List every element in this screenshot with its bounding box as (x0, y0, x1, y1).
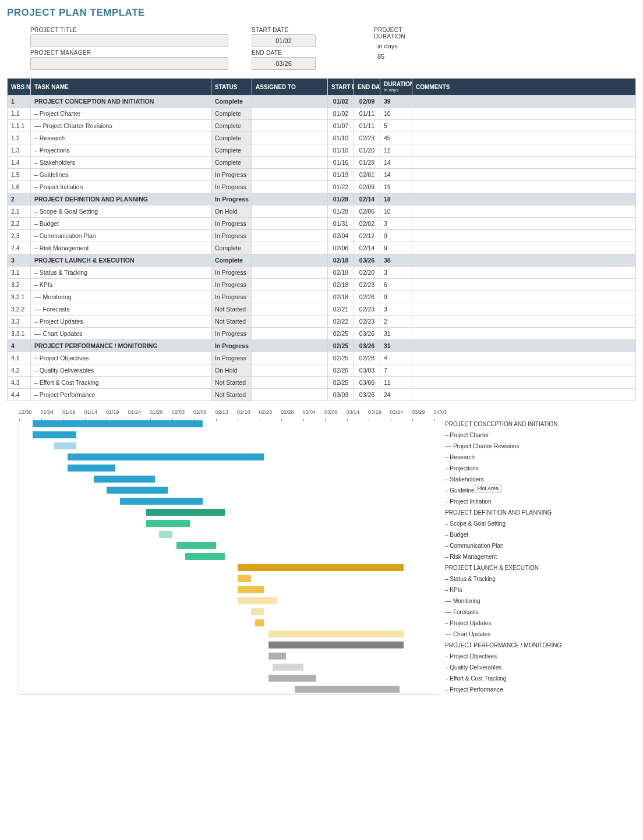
gantt-bar[interactable] (238, 564, 404, 571)
table-row[interactable]: 2PROJECT DEFINITION AND PLANNINGIn Progr… (8, 193, 636, 205)
cell-duration: 18 (380, 193, 412, 205)
gantt-bar[interactable] (33, 420, 203, 427)
gantt-bar[interactable] (268, 675, 317, 682)
gantt-row (19, 596, 438, 607)
gantt-legend: Plot Area PROJECT CONCEPTION AND INITIAT… (438, 419, 636, 695)
table-row[interactable]: 4PROJECT PERFORMANCE / MONITORINGIn Prog… (8, 340, 636, 352)
gantt-bar[interactable] (268, 653, 286, 660)
start-date-field[interactable]: 01/02 (252, 34, 316, 47)
gantt-bar[interactable] (251, 608, 264, 615)
table-row[interactable]: 4.1– Project ObjectivesIn Progress02/250… (8, 352, 636, 364)
gantt-row (19, 640, 438, 651)
cell-status: Not Started (211, 389, 252, 401)
gantt-bar[interactable] (238, 597, 277, 604)
cell-status: In Progress (211, 193, 252, 205)
gantt-bar[interactable] (68, 465, 116, 472)
table-row[interactable]: 4.3– Effort & Cost TrackingNot Started02… (8, 377, 636, 389)
cell-status: Complete (211, 242, 252, 254)
table-row[interactable]: 1.5– GuidelinesIn Progress01/1902/0114 (8, 169, 636, 181)
table-row[interactable]: 1.6– Project InitiationIn Progress01/220… (8, 181, 636, 193)
gantt-bar[interactable] (120, 498, 203, 505)
end-date-label: END DATE (252, 49, 316, 56)
table-row[interactable]: 1.2– ResearchComplete01/1002/2345 (8, 132, 636, 144)
axis-tick: 12/30 (19, 409, 41, 419)
gantt-bar[interactable] (146, 520, 190, 527)
cell-start: 01/28 (328, 193, 354, 205)
table-row[interactable]: 1.1– Project CharterComplete01/0201/1110 (8, 108, 636, 120)
gantt-bar[interactable] (185, 553, 225, 560)
axis-tick: 02/03 (172, 409, 194, 419)
gantt-bar[interactable] (33, 431, 76, 438)
gantt-bar[interactable] (159, 531, 172, 538)
cell-task: – Research (31, 132, 211, 144)
cell-status: In Progress (211, 169, 252, 181)
table-row[interactable]: 1PROJECT CONCEPTION AND INITIATIONComple… (8, 95, 636, 108)
gantt-bar[interactable] (238, 586, 264, 593)
cell-status: On Hold (211, 205, 252, 218)
cell-end: 03/06 (354, 377, 380, 389)
cell-start: 02/25 (328, 352, 354, 364)
cell-end: 02/28 (354, 352, 380, 364)
gantt-bar[interactable] (54, 442, 76, 449)
project-title-field[interactable] (30, 34, 228, 47)
cell-assigned (252, 279, 328, 291)
table-row[interactable]: 1.4– StakeholdersComplete01/1601/2914 (8, 157, 636, 169)
gantt-row (19, 651, 438, 662)
gantt-bar[interactable] (268, 641, 404, 648)
cell-assigned (252, 193, 328, 205)
cell-comments (412, 132, 636, 144)
cell-comments (412, 328, 636, 340)
gantt-bar[interactable] (295, 686, 400, 693)
table-row[interactable]: 2.1– Scope & Goal SettingOn Hold01/2802/… (8, 205, 636, 218)
end-date-field[interactable]: 03/26 (252, 57, 316, 70)
table-row[interactable]: 2.4– Risk ManagementComplete02/0602/149 (8, 242, 636, 254)
cell-end: 02/23 (354, 279, 380, 291)
gantt-bar[interactable] (94, 476, 155, 483)
table-row[interactable]: 3.2– KPIsIn Progress02/1802/236 (8, 279, 636, 291)
cell-wbs: 1.4 (8, 157, 31, 169)
cell-task: PROJECT DEFINITION AND PLANNING (31, 193, 211, 205)
cell-wbs: 1.5 (8, 169, 31, 181)
table-row[interactable]: 4.2– Quality DeliverablesOn Hold02/2603/… (8, 364, 636, 377)
cell-comments (412, 389, 636, 401)
gantt-bar[interactable] (176, 542, 216, 549)
table-row[interactable]: 1.1.1–– Project Charter RevisionsComplet… (8, 120, 636, 132)
table-row[interactable]: 3.3– Project UpdatesNot Started02/2202/2… (8, 316, 636, 328)
table-row[interactable]: 4.4– Project PerformanceNot Started03/03… (8, 389, 636, 401)
cell-duration: 3 (380, 303, 412, 316)
table-row[interactable]: 3.2.2–– ForecastsNot Started02/2102/233 (8, 303, 636, 316)
legend-item: – Projections (445, 463, 636, 474)
cell-end: 01/11 (354, 120, 380, 132)
cell-duration: 11 (380, 144, 412, 157)
cell-end: 02/23 (354, 303, 380, 316)
gantt-bar[interactable] (238, 575, 251, 582)
legend-item: – Risk Management (445, 551, 636, 562)
table-row[interactable]: 3PROJECT LAUNCH & EXECUTIONComplete02/18… (8, 254, 636, 267)
gantt-row (19, 573, 438, 584)
table-row[interactable]: 3.3.1–– Chart UpdatesIn Progress02/2503/… (8, 328, 636, 340)
table-row[interactable]: 3.2.1–– MonitoringIn Progress02/1802/269 (8, 291, 636, 303)
gantt-bar[interactable] (268, 630, 404, 637)
cell-task: – Status & Tracking (31, 267, 211, 279)
table-row[interactable]: 1.3– ProjectionsComplete01/1001/2011 (8, 144, 636, 157)
cell-task: – Quality Deliverables (31, 364, 211, 377)
gantt-bar[interactable] (68, 453, 264, 460)
cell-status: In Progress (211, 352, 252, 364)
cell-start: 01/02 (328, 95, 354, 108)
cell-status: Complete (211, 132, 252, 144)
gantt-bar[interactable] (107, 487, 168, 494)
table-row[interactable]: 2.3– Communication PlanIn Progress02/040… (8, 230, 636, 242)
gantt-bar[interactable] (146, 509, 225, 516)
cell-duration: 4 (380, 352, 412, 364)
gantt-bar[interactable] (273, 664, 303, 671)
cell-assigned (252, 242, 328, 254)
project-manager-field[interactable] (30, 57, 228, 70)
cell-task: – Communication Plan (31, 230, 211, 242)
cell-end: 01/11 (354, 108, 380, 120)
table-row[interactable]: 2.2– BudgetIn Progress01/3102/023 (8, 218, 636, 230)
gantt-bar[interactable] (255, 619, 264, 626)
legend-item: PROJECT DEFINITION AND PLANNING (445, 507, 636, 518)
table-row[interactable]: 3.1– Status & TrackingIn Progress02/1802… (8, 267, 636, 279)
gantt-row (19, 518, 438, 529)
cell-task: –– Project Charter Revisions (31, 120, 211, 132)
